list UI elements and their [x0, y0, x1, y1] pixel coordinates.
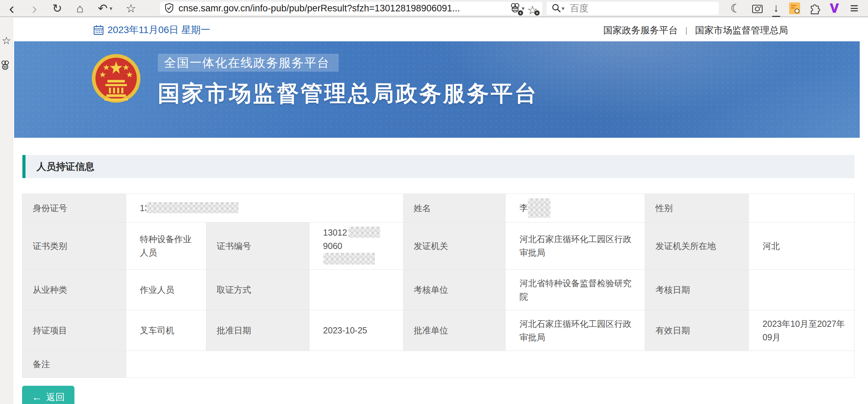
add-badge-icon: +: [534, 10, 540, 15]
search-engine-label: 百度: [570, 2, 589, 14]
container-dropdown-caret-icon[interactable]: ▾: [522, 5, 527, 12]
cell-assess-org-value: 河北省特种设备监督检验研究院: [506, 270, 645, 310]
bookmark-star-icon[interactable]: ☆: [124, 0, 138, 16]
sidebar-bee-icon[interactable]: [0, 60, 13, 71]
menu-hamburger-icon[interactable]: ≡: [847, 0, 861, 16]
cell-cert-no-value: 130129060: [309, 222, 403, 270]
sidebar-star-icon[interactable]: ☆: [0, 34, 13, 46]
browser-toolbar: ‹ › ↻ ⌂ ↶ ▾ ☆ cnse.samr.gov.cn/info-pub/…: [0, 0, 868, 17]
screen: { "browser": { "url": "cnse.samr.gov.cn/…: [0, 0, 868, 404]
browser-sidebar-strip: ☆: [0, 18, 13, 404]
site-banner: 全国一体化在线政务服务平台 国家市场监督管理总局政务服务平台: [14, 41, 860, 138]
shield-permissions-icon[interactable]: [164, 3, 174, 14]
cell-valid-date-label: 有效日期: [645, 310, 749, 351]
web-page: 2023年11月06日 星期一 国家政务服务平台 | 国家市场监督管理总局: [13, 18, 868, 404]
cell-cert-no-label: 证书编号: [206, 222, 309, 270]
cell-name-value: 李: [506, 194, 645, 222]
link-samr[interactable]: 国家市场监督管理总局: [695, 24, 788, 37]
back-button-label: 返回: [46, 391, 65, 403]
cell-issuer-region-value: 河北: [749, 222, 855, 270]
cell-assess-date-label: 考核日期: [645, 270, 749, 310]
cell-obtain-method-label: 取证方式: [206, 270, 309, 310]
back-button[interactable]: ← 返回: [22, 386, 74, 404]
home-icon[interactable]: ⌂: [73, 0, 87, 16]
table-row: 从业种类 作业人员 取证方式 考核单位 河北省特种设备监督检验研究院 考核日期: [22, 270, 855, 310]
screenshot-camera-icon[interactable]: [752, 3, 763, 14]
table-row: 身份证号 13 姓名 李 性别: [22, 194, 855, 222]
undo-dropdown-caret-icon[interactable]: ▾: [110, 5, 115, 12]
cell-approve-org-value: 河北石家庄循环化工园区行政审批局: [506, 310, 645, 351]
cell-assess-org-label: 考核单位: [403, 270, 506, 310]
cell-issuer-value: 河北石家庄循环化工园区行政审批局: [506, 222, 645, 270]
container-extension-icon[interactable]: +: [509, 2, 522, 14]
redacted-mosaic: [323, 253, 375, 265]
calendar-icon: [93, 24, 104, 35]
cell-item-label: 持证项目: [22, 310, 126, 351]
cell-cert-type-value: 特种设备作业人员: [126, 222, 206, 270]
cell-remark-value: [126, 351, 854, 378]
national-emblem-icon: [90, 51, 142, 108]
back-arrow-icon: ←: [32, 392, 42, 402]
table-row: 证书类别 特种设备作业人员 证书编号 130129060 发证机关 河北石家庄循…: [22, 222, 855, 270]
cert-no-visible-2: 9060: [323, 241, 343, 251]
cell-remark-label: 备注: [22, 351, 126, 378]
cell-gender-value: [749, 194, 855, 222]
site-topbar: 2023年11月06日 星期一 国家政务服务平台 | 国家市场监督管理总局: [13, 18, 868, 41]
add-badge-icon: +: [518, 10, 523, 15]
name-visible-text: 李: [519, 203, 528, 213]
search-engine-caret-icon[interactable]: ▾: [562, 5, 567, 12]
certificate-info-table: 身份证号 13 姓名 李 性别 证书类别 特种设备作业人员 证书编号 13012…: [22, 194, 855, 378]
reload-icon[interactable]: ↻: [50, 0, 64, 16]
cell-assess-date-value: [749, 270, 855, 310]
cell-name-label: 姓名: [403, 194, 506, 222]
download-arrow-glyph: ↓: [773, 1, 779, 14]
section-title: 人员持证信息: [37, 160, 94, 173]
topbar-links: 国家政务服务平台 | 国家市场监督管理总局: [603, 24, 788, 37]
cell-gender-label: 性别: [645, 194, 749, 222]
cell-item-value: 叉车司机: [126, 310, 206, 351]
night-mode-icon[interactable]: ☾: [729, 0, 743, 16]
cell-obtain-method-value: [309, 270, 403, 310]
redacted-mosaic: [528, 198, 551, 218]
cell-job-category-label: 从业种类: [22, 270, 126, 310]
back-icon[interactable]: ‹: [5, 1, 19, 15]
cell-job-category-value: 作业人员: [126, 270, 206, 310]
banner-subtitle: 全国一体化在线政务服务平台: [158, 54, 339, 72]
section-accent-bar: [22, 155, 25, 178]
cell-approve-org-label: 批准单位: [403, 310, 506, 351]
cert-no-visible-1: 13012: [323, 228, 347, 237]
cell-id-number-label: 身份证号: [22, 194, 126, 222]
banner-title: 国家市场监督管理总局政务服务平台: [158, 79, 538, 108]
section-header: 人员持证信息: [22, 155, 855, 178]
extensions-puzzle-icon[interactable]: [809, 2, 821, 14]
forward-icon[interactable]: ›: [28, 1, 41, 15]
cell-id-number-value: 13: [126, 194, 403, 222]
undo-history-icon[interactable]: ↶: [96, 0, 110, 16]
link-national-platform[interactable]: 国家政务服务平台: [603, 24, 678, 37]
url-text[interactable]: cnse.samr.gov.cn/info-pub/pub/perResult?…: [178, 3, 509, 14]
cell-cert-type-label: 证书类别: [22, 222, 126, 270]
downloads-icon[interactable]: ↓: [772, 0, 780, 17]
search-bar[interactable]: ▾ 百度: [547, 2, 719, 15]
translate-extension-icon[interactable]: [789, 2, 800, 14]
cell-approve-date-label: 批准日期: [206, 310, 309, 351]
cell-issuer-label: 发证机关: [403, 222, 506, 270]
cell-issuer-region-label: 发证机关所在地: [645, 222, 749, 270]
date-display: 2023年11月06日 星期一: [93, 23, 210, 37]
cell-valid-date-value: 2023年10月至2027年09月: [749, 310, 855, 351]
cell-approve-date-value: 2023-10-25: [309, 310, 403, 351]
add-bookmark-star-icon[interactable]: ☆ +: [527, 2, 538, 14]
current-date-label: 2023年11月06日 星期一: [108, 23, 210, 37]
search-icon: [551, 3, 562, 13]
redacted-mosaic: [348, 227, 380, 238]
link-divider: |: [685, 25, 687, 35]
redacted-mosaic: [146, 202, 238, 213]
table-row: 备注: [22, 351, 855, 378]
address-bar[interactable]: cnse.samr.gov.cn/info-pub/pub/perResult?…: [160, 2, 542, 15]
table-row: 持证项目 叉车司机 批准日期 2023-10-25 批准单位 河北石家庄循环化工…: [22, 310, 855, 351]
vimium-extension-icon[interactable]: V: [830, 1, 838, 15]
toolbar-right-icons: ☾ ↓ V ≡: [729, 0, 863, 17]
